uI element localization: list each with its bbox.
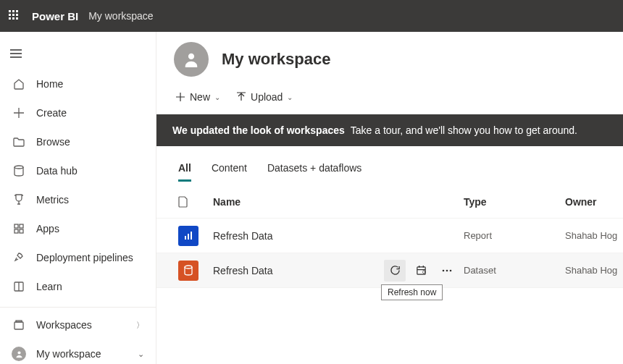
svg-point-13 <box>185 266 192 268</box>
info-banner: We updated the look of workspaces Take a… <box>156 114 623 146</box>
svg-rect-6 <box>14 322 23 329</box>
table-header-row: Name Type Owner <box>156 185 623 219</box>
sidebar-item-pipelines[interactable]: Deployment pipelines <box>0 243 156 272</box>
new-button[interactable]: New ⌄ <box>174 88 222 106</box>
database-icon <box>12 164 26 178</box>
app-launcher-icon[interactable] <box>9 10 20 22</box>
sidebar-item-home[interactable]: Home <box>0 69 156 98</box>
item-type: Dataset <box>464 265 565 276</box>
upload-button[interactable]: Upload ⌄ <box>235 88 294 106</box>
page-title: My workspace <box>222 50 330 69</box>
svg-rect-11 <box>188 234 189 240</box>
schedule-refresh-button[interactable] <box>410 260 432 282</box>
item-name: Refresh Data <box>213 230 384 242</box>
tab-content[interactable]: Content <box>212 162 247 182</box>
apps-icon <box>12 221 26 236</box>
dataset-icon <box>178 261 198 281</box>
content-table: Name Type Owner Refresh Data Report Shah… <box>156 182 623 288</box>
sidebar-item-label: Apps <box>36 223 59 234</box>
item-owner: Shahab Hog <box>565 230 623 241</box>
svg-rect-2 <box>20 224 23 228</box>
sidebar-item-learn[interactable]: Learn <box>0 272 156 301</box>
sidebar-item-label: Learn <box>36 281 62 292</box>
column-header-icon <box>178 196 213 208</box>
table-row[interactable]: Refresh Data Report Shahab Hog <box>156 219 623 253</box>
hamburger-button[interactable] <box>0 38 32 69</box>
chevron-down-icon: ⌄ <box>287 93 293 101</box>
sidebar-item-label: Workspaces <box>36 319 92 331</box>
sidebar-item-browse[interactable]: Browse <box>0 127 156 156</box>
svg-point-16 <box>446 269 448 271</box>
sidebar-item-metrics[interactable]: Metrics <box>0 185 156 214</box>
sidebar-item-apps[interactable]: Apps <box>0 214 156 243</box>
page-header: My workspace <box>156 32 623 88</box>
sidebar-item-datahub[interactable]: Data hub <box>0 156 156 185</box>
breadcrumb[interactable]: My workspace <box>88 10 153 22</box>
sidebar-item-label: Create <box>36 107 67 119</box>
item-owner: Shahab Hog <box>565 265 623 276</box>
svg-rect-12 <box>191 232 192 240</box>
sidebar-item-label: My workspace <box>36 348 101 360</box>
svg-point-0 <box>14 166 23 169</box>
banner-text: Take a tour, and we'll show you how to g… <box>351 124 577 136</box>
tab-all[interactable]: All <box>178 162 191 182</box>
workspace-avatar-icon <box>12 347 26 361</box>
workspace-avatar-icon <box>174 42 209 77</box>
svg-point-9 <box>188 54 194 59</box>
home-icon <box>12 77 26 91</box>
svg-point-17 <box>450 269 452 271</box>
sidebar-item-label: Home <box>36 78 63 90</box>
folder-icon <box>12 135 26 149</box>
chevron-right-icon: 〉 <box>136 320 144 331</box>
main-content: My workspace New ⌄ Upload ⌄ We updated t… <box>156 32 623 364</box>
svg-rect-3 <box>14 229 18 233</box>
plus-icon <box>12 106 26 120</box>
chevron-down-icon: ⌄ <box>214 93 220 101</box>
trophy-icon <box>12 192 26 207</box>
sidebar-item-label: Metrics <box>36 194 69 206</box>
sidebar-item-label: Deployment pipelines <box>36 252 133 263</box>
column-header-owner[interactable]: Owner <box>565 196 623 208</box>
sidebar-item-label: Browse <box>36 136 70 148</box>
upload-icon <box>236 92 246 102</box>
tab-datasets[interactable]: Datasets + dataflows <box>267 162 361 182</box>
sidebar-item-label: Data hub <box>36 165 78 177</box>
item-type: Report <box>464 230 565 241</box>
item-name: Refresh Data <box>213 265 384 276</box>
report-icon <box>178 226 198 246</box>
chevron-down-icon: ⌄ <box>138 350 144 359</box>
column-header-name[interactable]: Name <box>213 196 384 208</box>
sidebar-item-create[interactable]: Create <box>0 98 156 127</box>
more-options-button[interactable] <box>436 260 458 282</box>
tooltip: Refresh now <box>381 284 443 300</box>
svg-point-15 <box>443 269 445 271</box>
svg-rect-1 <box>14 224 18 228</box>
button-label: Upload <box>251 91 283 103</box>
svg-rect-10 <box>185 236 186 240</box>
button-label: New <box>190 91 210 103</box>
tab-bar: All Content Datasets + dataflows <box>156 146 623 182</box>
column-header-type[interactable]: Type <box>464 196 565 208</box>
table-row[interactable]: Refresh Data Refresh now Dataset Shahab … <box>156 253 623 288</box>
svg-rect-4 <box>20 229 23 233</box>
brand[interactable]: Power BI <box>32 10 78 22</box>
command-bar: New ⌄ Upload ⌄ <box>156 88 623 114</box>
banner-title: We updated the look of workspaces <box>172 124 345 136</box>
sidebar-item-workspaces[interactable]: Workspaces 〉 <box>0 310 156 339</box>
top-bar: Power BI My workspace <box>0 0 623 32</box>
rocket-icon <box>12 250 26 265</box>
refresh-button[interactable] <box>384 260 406 282</box>
plus-icon <box>175 93 185 101</box>
workspaces-icon <box>12 318 26 332</box>
svg-rect-7 <box>16 321 22 322</box>
book-icon <box>12 279 26 294</box>
svg-point-8 <box>17 351 20 354</box>
sidebar: Home Create Browse Data hub Metrics Apps <box>0 32 156 364</box>
sidebar-item-myworkspace[interactable]: My workspace ⌄ <box>0 339 156 364</box>
